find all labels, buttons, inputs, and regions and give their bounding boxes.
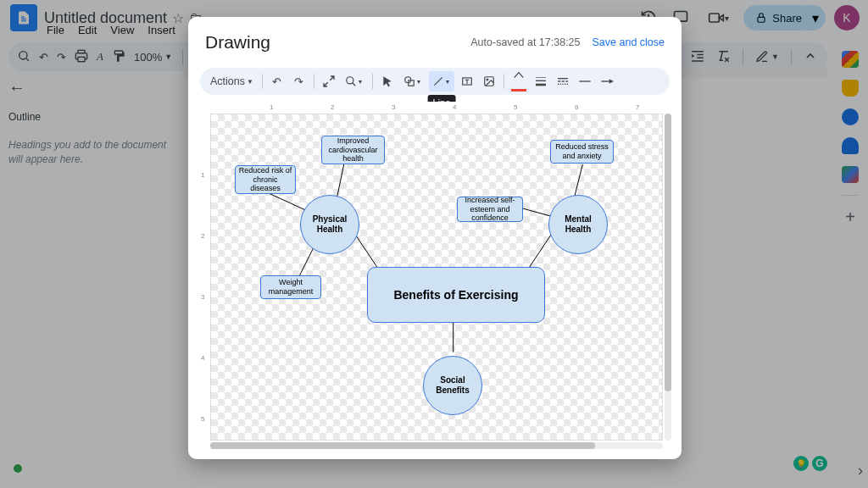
textbox-icon[interactable]	[458, 71, 476, 92]
drawing-toolbar: Actions▼ ↶ ↷ ▼ ▼ ▼ Line	[200, 68, 670, 95]
line-color-icon[interactable]	[509, 71, 528, 92]
vertical-scrollbar[interactable]	[665, 114, 671, 441]
node-social-benefits[interactable]: Social Benefits	[423, 356, 482, 415]
node-weight[interactable]: Weight management	[260, 275, 321, 299]
line-icon[interactable]: ▼ Line	[429, 71, 454, 92]
svg-rect-22	[562, 80, 565, 81]
svg-point-9	[347, 77, 353, 84]
line-start-icon[interactable]	[576, 71, 594, 92]
horizontal-ruler[interactable]: 1 2 3 4 5 6 7	[210, 102, 671, 114]
svg-rect-19	[536, 84, 546, 86]
save-and-close-button[interactable]: Save and close	[593, 36, 665, 48]
drawing-modal: Drawing Auto-saved at 17:38:25 Save and …	[188, 17, 682, 459]
svg-rect-17	[536, 77, 546, 78]
shape-icon[interactable]: ▼	[400, 71, 426, 92]
svg-line-38	[528, 231, 554, 269]
svg-rect-27	[565, 84, 565, 85]
svg-rect-23	[565, 80, 568, 81]
select-icon[interactable]	[378, 71, 397, 92]
autosave-text: Auto-saved at 17:38:25	[470, 36, 580, 48]
svg-rect-25	[560, 84, 561, 85]
modal-title: Drawing	[205, 32, 270, 53]
svg-rect-24	[558, 84, 559, 85]
node-main[interactable]: Benefits of Exercising	[367, 267, 545, 323]
node-physical-health[interactable]: Physical Health	[300, 195, 359, 254]
svg-rect-20	[558, 78, 568, 79]
undo-icon[interactable]: ↶	[268, 71, 287, 92]
zoom-tool-icon[interactable]: ▼	[342, 71, 367, 92]
svg-rect-18	[536, 80, 546, 81]
svg-marker-31	[609, 79, 614, 83]
svg-line-37	[574, 164, 582, 197]
svg-rect-28	[567, 84, 568, 85]
line-end-icon[interactable]	[598, 71, 616, 92]
node-mental-health[interactable]: Mental Health	[548, 195, 608, 254]
zoom-fit-icon[interactable]	[320, 71, 338, 92]
svg-line-10	[353, 83, 356, 86]
node-chronic[interactable]: Reduced risk of chronic diseases	[235, 165, 296, 194]
vertical-ruler[interactable]: 1 2 3 4 5	[198, 114, 210, 449]
svg-line-35	[353, 231, 379, 269]
redo-icon[interactable]: ↷	[290, 71, 309, 92]
line-weight-icon[interactable]	[531, 71, 550, 92]
svg-rect-26	[562, 84, 563, 85]
svg-line-32	[337, 160, 345, 200]
svg-point-16	[487, 79, 488, 80]
svg-line-13	[435, 77, 442, 85]
line-dash-icon[interactable]	[554, 71, 572, 92]
image-icon[interactable]	[480, 71, 498, 92]
canvas-area: 1 2 3 4 5 6 7 1 2 3 4 5	[198, 102, 671, 449]
svg-rect-12	[409, 80, 414, 86]
horizontal-scrollbar[interactable]	[210, 442, 663, 449]
node-esteem[interactable]: Increased self-esteem and confidence	[457, 197, 523, 222]
drawing-canvas[interactable]: Benefits of Exercising Physical Health M…	[210, 114, 663, 441]
node-stress[interactable]: Reduced stress and anxiety	[550, 140, 614, 164]
node-cardio[interactable]: Improved cardiovascular health	[321, 136, 385, 164]
actions-button[interactable]: Actions▼	[207, 75, 257, 87]
svg-rect-21	[558, 80, 560, 81]
